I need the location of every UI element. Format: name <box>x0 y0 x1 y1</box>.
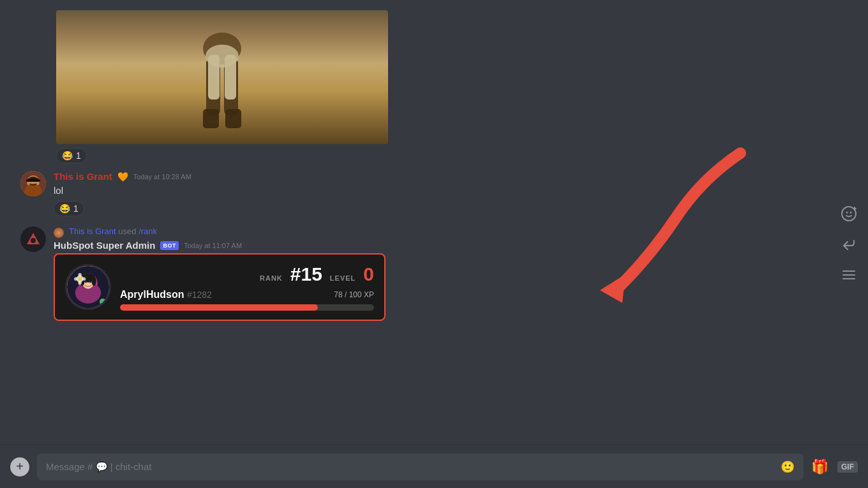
rank-username: AprylHudson <box>120 289 184 300</box>
rank-discriminator: #1282 <box>187 290 212 300</box>
hubspot-message-header: HubSpot Super Admin BOT Today at 11:07 A… <box>54 240 858 251</box>
level-number: 0 <box>363 263 374 285</box>
level-label: LEVEL <box>330 274 355 282</box>
gift-button[interactable]: 🎁 <box>811 459 828 475</box>
svg-point-29 <box>82 277 86 281</box>
svg-point-35 <box>850 211 852 213</box>
image-message: 😂 1 <box>10 10 858 163</box>
command-user-row: This is Grant used /rank <box>54 226 858 239</box>
svg-point-24 <box>85 281 87 283</box>
svg-point-23 <box>92 277 96 286</box>
rank-card: RANK #15 LEVEL 0 AprylHudson #1282 78 / … <box>54 253 385 321</box>
grant-heart-emoji: 🧡 <box>117 172 128 182</box>
xp-bar-fill <box>120 304 318 311</box>
rank-username-container: AprylHudson #1282 <box>120 289 212 300</box>
hubspot-username[interactable]: HubSpot Super Admin <box>54 240 155 251</box>
svg-point-31 <box>78 281 82 285</box>
grant-reaction-emoji: 😂 <box>59 203 70 214</box>
svg-rect-13 <box>26 179 40 182</box>
online-indicator <box>98 297 107 306</box>
right-toolbar: 🎁 GIF <box>811 459 858 475</box>
input-icons: 🙂 <box>781 460 795 474</box>
svg-point-7 <box>206 45 239 68</box>
svg-point-30 <box>78 273 82 277</box>
bot-badge: BOT <box>160 241 179 250</box>
messages-container: 😂 1 This is <box>0 0 868 445</box>
reaction-emoji: 😂 <box>62 151 73 161</box>
reaction-count: 1 <box>76 151 81 161</box>
grant-message-header: This is Grant 🧡 Today at 10:28 AM <box>54 171 858 182</box>
svg-rect-3 <box>203 109 219 128</box>
chat-area: 😂 1 This is <box>0 0 868 488</box>
message-input[interactable]: Message # 💬 | chit-chat 🙂 <box>37 454 804 480</box>
emoji-icon[interactable]: 🙂 <box>781 460 795 474</box>
grant-avatar <box>20 171 46 196</box>
svg-point-27 <box>78 277 82 281</box>
image-thumbnail[interactable] <box>56 10 388 144</box>
rank-avatar <box>65 264 111 310</box>
gif-button[interactable]: GIF <box>837 461 858 473</box>
rank-user-row: AprylHudson #1282 78 / 100 XP <box>120 289 374 300</box>
grant-lol-message: This is Grant 🧡 Today at 10:28 AM lol 😂 … <box>10 171 858 216</box>
svg-point-16 <box>31 238 36 243</box>
add-reaction-icon[interactable] <box>840 205 858 223</box>
svg-rect-4 <box>225 109 241 128</box>
rank-number: #15 <box>290 263 322 285</box>
command-text: /rank <box>138 226 157 236</box>
hubspot-avatar <box>20 226 46 252</box>
input-bar: + Message # 💬 | chit-chat 🙂 🎁 GIF <box>0 445 868 488</box>
right-actions <box>840 205 858 284</box>
more-options-icon[interactable] <box>840 266 858 284</box>
command-info: This is Grant used /rank <box>69 226 157 236</box>
add-attachment-button[interactable]: + <box>10 457 29 477</box>
rank-top-row: RANK #15 LEVEL 0 <box>120 263 374 285</box>
svg-point-25 <box>89 281 92 283</box>
input-placeholder: Message # 💬 | chit-chat <box>46 461 151 473</box>
svg-point-34 <box>846 211 848 213</box>
reply-icon[interactable] <box>840 235 858 253</box>
grant-reaction[interactable]: 😂 1 <box>54 201 84 216</box>
svg-point-28 <box>74 277 78 281</box>
xp-bar-container <box>120 304 374 311</box>
rank-label: RANK <box>260 274 283 282</box>
grant-timestamp: Today at 10:28 AM <box>133 173 191 181</box>
command-small-avatar <box>54 228 64 238</box>
hubspot-message-content: This is Grant used /rank HubSpot Super A… <box>54 226 858 321</box>
grant-message-text: lol <box>54 184 858 197</box>
command-username[interactable]: This is Grant <box>69 226 116 236</box>
hubspot-message-row: This is Grant used /rank HubSpot Super A… <box>10 226 858 321</box>
grant-message-content: This is Grant 🧡 Today at 10:28 AM lol 😂 … <box>54 171 858 216</box>
hubspot-timestamp: Today at 11:07 AM <box>184 242 242 249</box>
grant-username[interactable]: This is Grant <box>54 171 112 182</box>
grant-reaction-count: 1 <box>73 203 79 214</box>
image-reaction[interactable]: 😂 1 <box>56 148 87 163</box>
rank-xp-label: 78 / 100 XP <box>334 290 374 299</box>
rank-info: RANK #15 LEVEL 0 AprylHudson #1282 78 / … <box>120 263 374 311</box>
